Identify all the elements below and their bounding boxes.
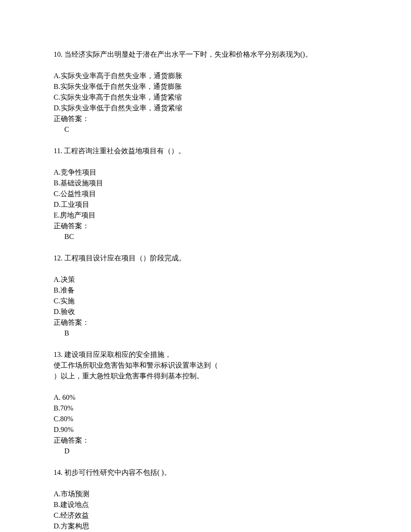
question-text: 14. 初步可行性研究中内容不包括( )。 [54, 467, 357, 478]
option-d: D.90% [54, 424, 357, 435]
question-body: 当经济实际产出明显处于潜在产出水平一下时，失业和价格水平分别表现为()。 [63, 50, 312, 58]
question-body: 工程咨询注重社会效益地项目有（）。 [62, 147, 185, 155]
option-b: B.准备 [54, 285, 357, 296]
question-body: 工程项目设计应在项目（）阶段完成。 [63, 254, 186, 262]
question-number: 11. [54, 147, 62, 155]
question-number: 14. [54, 469, 63, 476]
option-a: A.市场预测 [54, 489, 357, 499]
option-a: A.竞争性项目 [54, 167, 357, 178]
question-body: 初步可行性研究中内容不包括( )。 [63, 469, 171, 476]
answer-label: 正确答案： [54, 435, 357, 446]
option-b: B.建设地点 [54, 499, 357, 510]
question-text: 10. 当经济实际产出明显处于潜在产出水平一下时，失业和价格水平分别表现为()。 [54, 49, 357, 60]
options-group: A. 60% B.70% C.80% D.90% 正确答案： D [54, 392, 357, 457]
option-b: B.实际失业率低于自然失业率，通货膨胀 [54, 81, 357, 92]
option-e: E.房地产项目 [54, 210, 357, 221]
option-c: C.80% [54, 414, 357, 424]
options-group: A.竞争性项目 B.基础设施项目 C.公益性项目 D.工业项目 E.房地产项目 … [54, 167, 357, 242]
option-d: D.工业项目 [54, 199, 357, 210]
option-d: D.验收 [54, 306, 357, 317]
question-number: 10. [54, 50, 63, 58]
answer-value: BC [54, 231, 357, 242]
question-extra-line-1: 使工作场所职业危害告知率和警示标识设置率达到（ [54, 360, 357, 371]
question-11: 11. 工程咨询注重社会效益地项目有（）。 A.竞争性项目 B.基础设施项目 C… [54, 146, 357, 242]
question-extra-line-2: ）以上，重大急性职业危害事件得到基本控制。 [54, 371, 357, 381]
answer-label: 正确答案： [54, 221, 357, 231]
question-text: 12. 工程项目设计应在项目（）阶段完成。 [54, 253, 357, 264]
option-a: A.实际失业率高于自然失业率，通货膨胀 [54, 71, 357, 81]
option-d: D.实际失业率低于自然失业率，通货紧缩 [54, 103, 357, 113]
option-b: B.70% [54, 403, 357, 414]
question-body: 建设项目应采取相应的安全措施， [63, 351, 172, 358]
options-group: A.实际失业率高于自然失业率，通货膨胀 B.实际失业率低于自然失业率，通货膨胀 … [54, 71, 357, 135]
option-b: B.基础设施项目 [54, 178, 357, 189]
options-group: A.决策 B.准备 C.实施 D.验收 正确答案： B [54, 274, 357, 339]
answer-value: B [54, 328, 357, 339]
question-13: 13. 建设项目应采取相应的安全措施， 使工作场所职业危害告知率和警示标识设置率… [54, 349, 357, 457]
option-c: C.经济效益 [54, 510, 357, 521]
option-c: C.公益性项目 [54, 189, 357, 199]
option-a: A.决策 [54, 274, 357, 285]
question-text: 13. 建设项目应采取相应的安全措施， 使工作场所职业危害告知率和警示标识设置率… [54, 349, 357, 381]
option-c: C.实际失业率高于自然失业率，通货紧缩 [54, 92, 357, 103]
question-text: 11. 工程咨询注重社会效益地项目有（）。 [54, 146, 357, 156]
question-number: 13. [54, 351, 63, 358]
question-14: 14. 初步可行性研究中内容不包括( )。 A.市场预测 B.建设地点 C.经济… [54, 467, 357, 532]
answer-label: 正确答案： [54, 317, 357, 328]
question-number: 12. [54, 254, 63, 262]
answer-value: D [54, 446, 357, 457]
options-group: A.市场预测 B.建设地点 C.经济效益 D.方案构思 [54, 489, 357, 532]
answer-value: C [54, 124, 357, 135]
option-a: A. 60% [54, 392, 357, 403]
answer-label: 正确答案： [54, 113, 357, 124]
question-12: 12. 工程项目设计应在项目（）阶段完成。 A.决策 B.准备 C.实施 D.验… [54, 253, 357, 339]
option-c: C.实施 [54, 296, 357, 306]
question-10: 10. 当经济实际产出明显处于潜在产出水平一下时，失业和价格水平分别表现为()。… [54, 49, 357, 135]
option-d: D.方案构思 [54, 521, 357, 532]
